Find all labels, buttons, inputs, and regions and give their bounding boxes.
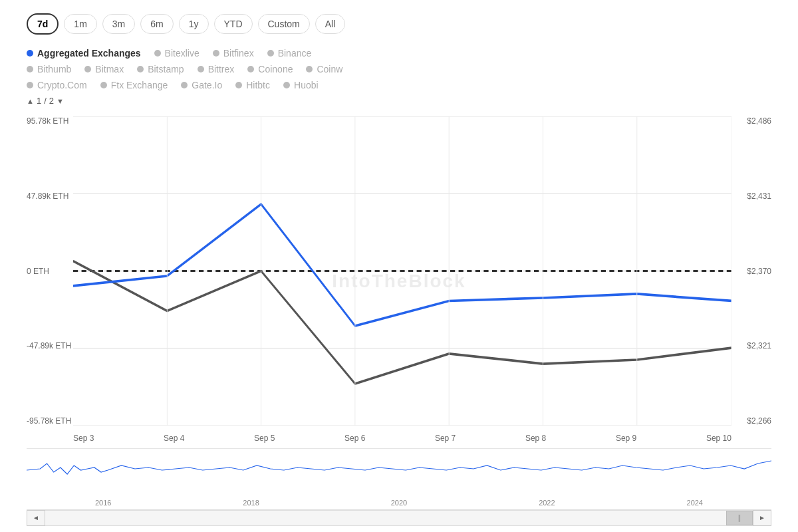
y-right-0: $2,486: [747, 116, 771, 126]
legend-gate-io[interactable]: Gate.Io: [181, 80, 222, 90]
legend-coinw[interactable]: Coinw: [306, 64, 342, 74]
legend-bitstamp[interactable]: Bitstamp: [137, 64, 184, 74]
scrollbar: ◄ ║ ►: [27, 509, 771, 525]
x-label-sep9: Sep 9: [616, 434, 636, 443]
legend-dot-bithumb: [27, 66, 33, 72]
legend-label-bithumb: Bithumb: [37, 64, 71, 74]
legend-dot-coinone: [247, 66, 254, 72]
page-separator: /: [44, 96, 47, 106]
legend-dot-gate-io: [181, 82, 188, 88]
legend-label-huobi: Huobi: [294, 80, 319, 90]
mini-x-labels: 2016 2018 2020 2022 2024: [29, 499, 769, 507]
legend-row3: Crypto.Com Ftx Exchange Gate.Io Hitbtc H…: [27, 80, 771, 90]
time-btn-1m[interactable]: 1m: [64, 14, 96, 34]
y-right-3: $2,321: [747, 341, 771, 350]
x-label-sep10: Sep 10: [706, 434, 732, 443]
page-prev-arrow[interactable]: ▲: [27, 97, 34, 105]
time-btn-1y[interactable]: 1y: [179, 14, 209, 34]
legend-label-coinw: Coinw: [317, 64, 342, 74]
legend-label-bitmax: Bitmax: [95, 64, 124, 74]
legend-dot-crypto-com: [27, 82, 33, 88]
legend-hitbtc[interactable]: Hitbtc: [235, 80, 270, 90]
legend-dot-huobi: [283, 82, 290, 88]
legend-label-bitfinex: Bitfinex: [223, 48, 254, 59]
legend-coinone[interactable]: Coinone: [247, 64, 293, 74]
x-label-sep4: Sep 4: [164, 434, 184, 443]
scroll-right-btn[interactable]: ►: [753, 510, 771, 526]
legend-label-gate-io: Gate.Io: [192, 80, 222, 90]
legend-dot-bittrex: [198, 66, 204, 72]
scroll-left-btn[interactable]: ◄: [27, 510, 45, 526]
legend-ftx[interactable]: Ftx Exchange: [100, 80, 168, 90]
legend-dot-ftx: [100, 82, 107, 88]
main-chart-svg: [73, 116, 732, 426]
mini-x-2024: 2024: [687, 499, 703, 507]
legend-dot-bitstamp: [137, 66, 144, 72]
legend-label-bitexlive: Bitexlive: [165, 48, 200, 59]
legend-label-ftx: Ftx Exchange: [111, 80, 168, 90]
y-axis-right: $2,486 $2,431 $2,370 $2,321 $2,266: [747, 116, 771, 426]
legend-bitmax[interactable]: Bitmax: [84, 64, 124, 74]
legend-label-binance: Binance: [278, 48, 312, 59]
legend-dot-coinw: [306, 66, 313, 72]
mini-x-2016: 2016: [95, 499, 111, 507]
page-total: 2: [49, 96, 54, 106]
x-label-sep8: Sep 8: [525, 434, 546, 443]
mini-x-2018: 2018: [243, 499, 259, 507]
legend-label-aggregated: Aggregated Exchanges: [37, 48, 141, 59]
mini-chart-wrapper: 2016 2018 2020 2022 2024: [27, 448, 771, 508]
x-axis-labels: Sep 3 Sep 4 Sep 5 Sep 6 Sep 7 Sep 8 Sep …: [73, 434, 732, 443]
legend-aggregated-exchanges[interactable]: Aggregated Exchanges: [27, 48, 141, 59]
page-next-arrow[interactable]: ▼: [57, 97, 64, 105]
page-current: 1: [37, 96, 41, 106]
y-right-1: $2,431: [747, 192, 771, 201]
y-left-0: 95.78k ETH: [27, 116, 71, 126]
time-btn-custom[interactable]: Custom: [258, 14, 310, 34]
y-right-2: $2,370: [747, 267, 771, 276]
legend-label-hitbtc: Hitbtc: [246, 80, 270, 90]
legend-crypto-com[interactable]: Crypto.Com: [27, 80, 87, 90]
legend-dot-aggregated: [27, 50, 33, 57]
legend-label-bittrex: Bittrex: [208, 64, 235, 74]
chart-area: IntoTheBlock 95.78k ETH 47.89k ETH 0 ETH…: [27, 116, 771, 525]
scroll-track[interactable]: ║: [45, 510, 753, 526]
y-axis-left: 95.78k ETH 47.89k ETH 0 ETH -47.89k ETH …: [27, 116, 71, 426]
legend-huobi[interactable]: Huobi: [283, 80, 319, 90]
legend-bitexlive[interactable]: Bitexlive: [154, 48, 200, 59]
time-range-selector: 7d 1m 3m 6m 1y YTD Custom All: [27, 13, 771, 35]
mini-x-2022: 2022: [539, 499, 555, 507]
legend-dot-binance: [267, 50, 274, 57]
legend-row2: Bithumb Bitmax Bitstamp Bittrex Coinone …: [27, 64, 771, 74]
y-left-1: 47.89k ETH: [27, 192, 71, 201]
legend-label-bitstamp: Bitstamp: [148, 64, 184, 74]
main-chart-wrapper: IntoTheBlock 95.78k ETH 47.89k ETH 0 ETH…: [27, 116, 771, 446]
x-label-sep5: Sep 5: [254, 434, 275, 443]
legend-label-coinone: Coinone: [258, 64, 293, 74]
legend-bittrex[interactable]: Bittrex: [198, 64, 235, 74]
legend-dot-bitfinex: [213, 50, 219, 57]
y-left-4: -95.78k ETH: [27, 416, 71, 426]
legend-bithumb[interactable]: Bithumb: [27, 64, 71, 74]
mini-x-2020: 2020: [391, 499, 407, 507]
legend-bitfinex[interactable]: Bitfinex: [213, 48, 254, 59]
legend-dot-bitexlive: [154, 50, 161, 57]
y-left-2: 0 ETH: [27, 267, 71, 276]
scroll-thumb[interactable]: ║: [726, 511, 753, 525]
legend-row1: Aggregated Exchanges Bitexlive Bitfinex …: [27, 48, 771, 59]
legend-binance[interactable]: Binance: [267, 48, 312, 59]
pagination: ▲ 1 / 2 ▼: [27, 96, 771, 106]
legend-dot-bitmax: [84, 66, 91, 72]
time-btn-ytd[interactable]: YTD: [214, 14, 253, 34]
x-label-sep7: Sep 7: [435, 434, 456, 443]
x-label-sep6: Sep 6: [344, 434, 365, 443]
y-right-4: $2,266: [747, 416, 771, 426]
legend-dot-hitbtc: [235, 82, 242, 88]
time-btn-6m[interactable]: 6m: [140, 14, 173, 34]
y-left-3: -47.89k ETH: [27, 341, 71, 350]
legend-label-crypto-com: Crypto.Com: [37, 80, 87, 90]
mini-chart-svg: [27, 449, 771, 492]
time-btn-3m[interactable]: 3m: [102, 14, 135, 34]
time-btn-7d[interactable]: 7d: [27, 13, 59, 35]
time-btn-all[interactable]: All: [315, 14, 346, 34]
x-label-sep3: Sep 3: [73, 434, 94, 443]
